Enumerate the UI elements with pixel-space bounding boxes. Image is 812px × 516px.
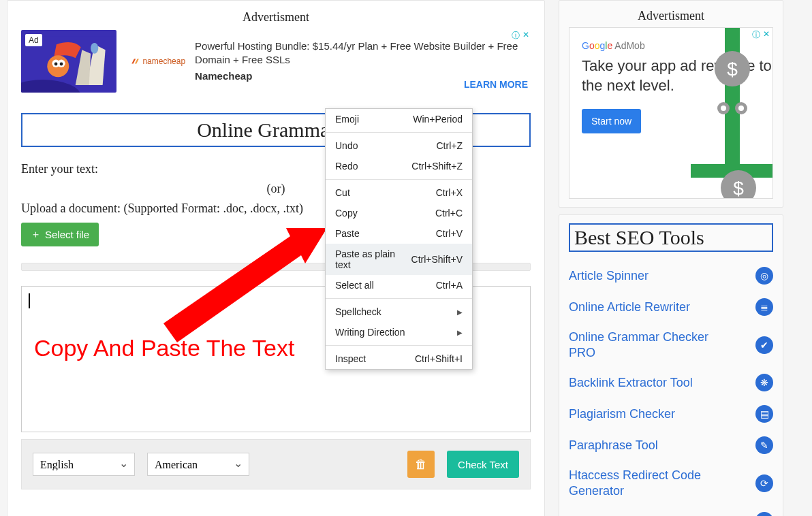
context-menu: EmojiWin+PeriodUndoCtrl+ZRedoCtrl+Shift+… — [325, 108, 473, 370]
ad-label: Advertisment — [21, 10, 531, 25]
context-menu-separator — [326, 132, 472, 133]
annotation-arrow — [157, 221, 334, 344]
ad-info-icons[interactable]: ⓘ✕ — [510, 30, 531, 40]
tool-item: Online Grammar Checker PRO✔ — [569, 323, 773, 367]
sidebar: Advertisment ⓘ✕ $ $ Google AdMob Take yo… — [559, 0, 783, 516]
ad-cta[interactable]: LEARN MORE — [464, 79, 528, 90]
ad-banner[interactable]: Ad namecheap Powerful Hosting Bundle: $1… — [21, 30, 531, 93]
trash-icon: 🗑 — [415, 457, 427, 471]
tool-link[interactable]: Plagiarism Checker — [569, 406, 675, 422]
svg-marker-18 — [163, 228, 327, 342]
chevron-right-icon: ▶ — [457, 308, 463, 316]
language-select[interactable]: English — [33, 453, 135, 476]
context-menu-shortcut: Ctrl+A — [436, 280, 463, 291]
tool-icon: ≣ — [755, 298, 773, 316]
context-menu-separator — [326, 345, 472, 346]
adchoices-icon[interactable]: ⓘ — [510, 30, 520, 40]
seo-tools-title: Best SEO Tools — [569, 223, 773, 252]
admob-start-button[interactable]: Start now — [582, 109, 641, 133]
tool-icon: ⟳ — [755, 474, 773, 492]
context-menu-shortcut: Ctrl+Shift+Z — [411, 161, 463, 172]
context-menu-label: Paste as plain text — [335, 248, 411, 270]
svg-point-6 — [54, 63, 58, 66]
tool-item: Online Article Rewriter≣ — [569, 291, 773, 323]
svg-point-2 — [91, 43, 98, 54]
context-menu-item[interactable]: Spellcheck▶ — [326, 302, 472, 322]
context-menu-separator — [326, 179, 472, 180]
tool-link[interactable]: Online Grammar Checker PRO — [569, 329, 725, 360]
annotation-text: Copy And Paste The Text — [34, 335, 294, 361]
context-menu-label: Undo — [335, 140, 358, 151]
tool-icon: ▤ — [755, 405, 773, 423]
context-menu-item[interactable]: Writing Direction▶ — [326, 322, 472, 342]
context-menu-label: Spellcheck — [335, 306, 381, 317]
svg-point-15 — [738, 106, 744, 111]
context-menu-item[interactable]: Select allCtrl+A — [326, 275, 472, 295]
tool-item: Online Character Counter▦ — [569, 505, 773, 516]
context-menu-shortcut: Ctrl+C — [435, 208, 463, 219]
context-menu-label: Inspect — [335, 353, 366, 364]
tool-icon: ▦ — [755, 512, 773, 516]
svg-point-13 — [721, 106, 726, 111]
context-menu-label: Paste — [335, 228, 360, 239]
namecheap-icon — [130, 57, 140, 66]
context-menu-label: Copy — [335, 208, 358, 219]
ad-close-icon[interactable]: ✕ — [520, 30, 531, 40]
context-menu-item[interactable]: UndoCtrl+Z — [326, 135, 472, 156]
ad-thumbnail: Ad — [21, 30, 116, 93]
tool-item: Plagiarism Checker▤ — [569, 398, 773, 430]
svg-text:$: $ — [727, 59, 738, 80]
svg-text:$: $ — [733, 178, 744, 198]
tool-link[interactable]: Paraphrase Tool — [569, 438, 658, 453]
context-menu-shortcut: Ctrl+Shift+I — [415, 353, 463, 364]
tool-item: Article Spinner◎ — [569, 260, 773, 291]
select-file-button[interactable]: ＋ Select file — [21, 223, 99, 246]
sidebar-ad[interactable]: ⓘ✕ $ $ Google AdMob Take your app ad rev… — [569, 27, 773, 199]
tool-icon: ◎ — [755, 267, 773, 285]
tool-item: Paraphrase Tool✎ — [569, 430, 773, 461]
tool-icon: ❋ — [755, 374, 773, 391]
tool-item: Htaccess Redirect Code Generator⟳ — [569, 461, 773, 505]
context-menu-label: Writing Direction — [335, 327, 405, 338]
bottom-bar: English American 🗑 Check Text — [21, 439, 531, 489]
tool-icon: ✎ — [755, 436, 773, 454]
ad-text: Powerful Hosting Bundle: $15.44/yr Plan … — [195, 39, 531, 84]
context-menu-label: Redo — [335, 161, 358, 172]
variant-select[interactable]: American — [147, 453, 249, 476]
tool-link[interactable]: Backlink Extractor Tool — [569, 375, 693, 391]
context-menu-label: Emoji — [335, 114, 359, 125]
context-menu-item[interactable]: EmojiWin+Period — [326, 109, 472, 129]
tool-link[interactable]: Article Spinner — [569, 268, 649, 284]
ad-brand-logo: namecheap — [130, 57, 185, 66]
tool-link[interactable]: Online Article Rewriter — [569, 300, 690, 315]
context-menu-shortcut: Ctrl+V — [436, 228, 463, 239]
check-text-button[interactable]: Check Text — [447, 451, 519, 478]
tool-item: Backlink Extractor Tool❋ — [569, 367, 773, 398]
tool-link[interactable]: Htaccess Redirect Code Generator — [569, 468, 725, 498]
seo-tools-box: Best SEO Tools Article Spinner◎Online Ar… — [559, 214, 783, 516]
sidebar-ad-label: Advertisment — [569, 9, 773, 23]
clear-button[interactable]: 🗑 — [407, 451, 435, 478]
svg-point-7 — [60, 63, 63, 66]
ad-badge: Ad — [25, 34, 42, 46]
context-menu-shortcut: Win+Period — [413, 114, 463, 125]
chevron-right-icon: ▶ — [457, 329, 463, 336]
context-menu-item[interactable]: CopyCtrl+C — [326, 203, 472, 223]
context-menu-item[interactable]: InspectCtrl+Shift+I — [326, 349, 472, 369]
context-menu-item[interactable]: Paste as plain textCtrl+Shift+V — [326, 244, 472, 275]
tool-link[interactable]: Online Character Counter — [569, 513, 708, 516]
admob-graphic: $ $ — [691, 28, 772, 198]
context-menu-separator — [326, 298, 472, 299]
context-menu-item[interactable]: PasteCtrl+V — [326, 223, 472, 244]
tool-icon: ✔ — [755, 336, 773, 354]
context-menu-item[interactable]: RedoCtrl+Shift+Z — [326, 156, 472, 176]
sidebar-ad-box: Advertisment ⓘ✕ $ $ Google AdMob Take yo… — [559, 0, 783, 208]
context-menu-shortcut: Ctrl+Shift+V — [411, 254, 463, 265]
context-menu-shortcut: Ctrl+X — [436, 187, 463, 198]
context-menu-label: Cut — [335, 187, 350, 198]
context-menu-label: Select all — [335, 280, 374, 291]
context-menu-item[interactable]: CutCtrl+X — [326, 182, 472, 203]
plus-icon: ＋ — [31, 228, 41, 241]
context-menu-shortcut: Ctrl+Z — [437, 140, 463, 151]
